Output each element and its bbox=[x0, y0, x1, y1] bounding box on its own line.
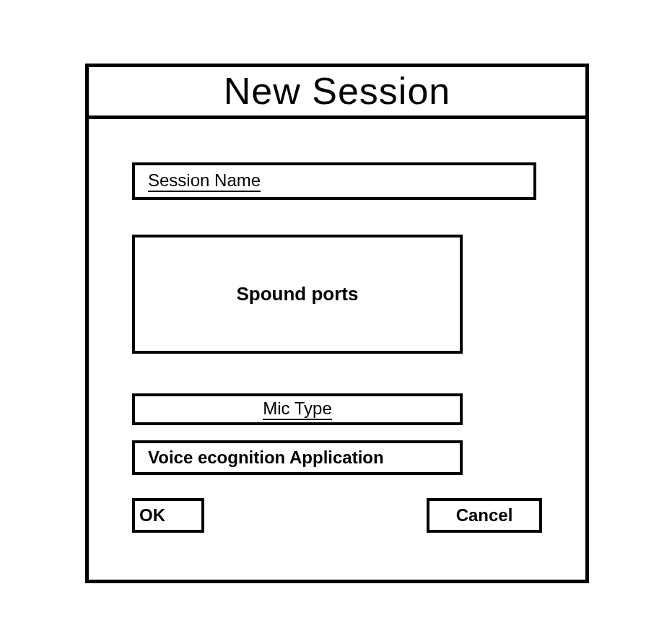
session-name-input[interactable]: Session Name bbox=[132, 162, 536, 200]
button-row: OK Cancel bbox=[132, 498, 542, 534]
new-session-dialog: New Session Session Name Spound ports Mi… bbox=[85, 64, 589, 583]
voice-recognition-select[interactable]: Voice ecognition Application bbox=[132, 440, 463, 475]
dialog-content: Session Name Spound ports Mic Type Voice… bbox=[89, 119, 585, 580]
voice-recognition-label: Voice ecognition Application bbox=[148, 448, 384, 468]
ok-button[interactable]: OK bbox=[132, 498, 204, 533]
sound-ports-label: Spound ports bbox=[237, 283, 359, 305]
session-name-label: Session Name bbox=[148, 170, 261, 192]
mic-type-label: Mic Type bbox=[263, 398, 332, 420]
sound-ports-panel[interactable]: Spound ports bbox=[132, 235, 463, 354]
dialog-title: New Session bbox=[89, 67, 585, 119]
mic-type-select[interactable]: Mic Type bbox=[132, 393, 463, 425]
cancel-button[interactable]: Cancel bbox=[427, 498, 542, 533]
